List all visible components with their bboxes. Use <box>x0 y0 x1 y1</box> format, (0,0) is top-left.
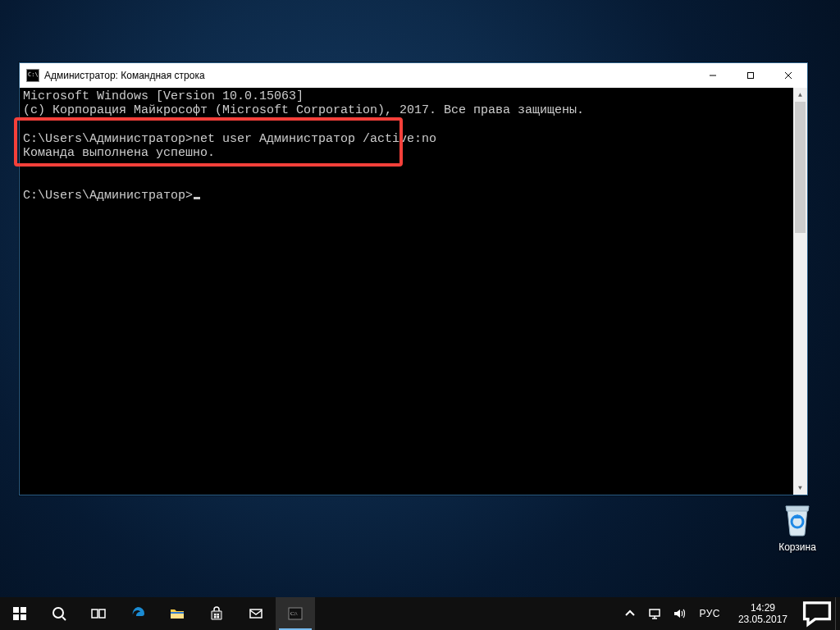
svg-rect-19 <box>250 609 262 618</box>
svg-rect-15 <box>214 614 217 616</box>
cmd-icon <box>26 69 39 82</box>
text-cursor <box>194 197 200 199</box>
tray-overflow-button[interactable] <box>622 597 638 630</box>
network-icon[interactable] <box>646 597 663 630</box>
titlebar[interactable]: Администратор: Командная строка <box>20 63 807 88</box>
console-prompt: C:\Users\Администратор> <box>23 132 193 146</box>
store-button[interactable] <box>197 597 236 630</box>
clock[interactable]: 14:29 23.05.2017 <box>732 602 794 626</box>
svg-rect-17 <box>214 616 217 619</box>
show-desktop-button[interactable] <box>835 597 840 630</box>
console-line: (c) Корпорация Майкрософт (Microsoft Cor… <box>23 103 584 117</box>
svg-rect-14 <box>171 612 184 614</box>
recycle-bin[interactable]: Корзина <box>766 499 829 553</box>
window-title: Администратор: Командная строка <box>44 70 205 81</box>
minimize-button[interactable] <box>694 63 732 88</box>
recycle-bin-label: Корзина <box>766 541 829 553</box>
scroll-track[interactable] <box>793 102 807 481</box>
svg-rect-16 <box>217 614 220 616</box>
file-explorer-button[interactable] <box>158 597 197 630</box>
scroll-up-button[interactable]: ▲ <box>793 88 807 102</box>
clock-time: 14:29 <box>738 602 788 614</box>
svg-line-10 <box>62 617 66 620</box>
task-view-button[interactable] <box>79 597 118 630</box>
console-line: Команда выполнена успешно. <box>23 146 215 160</box>
scrollbar[interactable]: ▲ ▼ <box>793 88 807 495</box>
svg-rect-18 <box>217 616 220 619</box>
search-button[interactable] <box>39 597 79 630</box>
svg-rect-6 <box>21 607 26 613</box>
console-line: Microsoft Windows [Version 10.0.15063] <box>23 89 304 103</box>
svg-rect-5 <box>13 607 19 613</box>
scroll-down-button[interactable]: ▼ <box>793 481 807 495</box>
window-controls <box>694 63 807 88</box>
system-tray: РУС 14:29 23.05.2017 <box>614 597 799 630</box>
svg-rect-11 <box>92 609 98 618</box>
action-center-button[interactable] <box>799 597 835 630</box>
clock-date: 23.05.2017 <box>738 614 788 625</box>
recycle-bin-icon <box>780 499 815 538</box>
svg-rect-7 <box>13 614 19 620</box>
console-prompt: C:\Users\Администратор> <box>23 189 193 203</box>
mail-button[interactable] <box>236 597 276 630</box>
cmd-taskbar-button[interactable]: C:\ <box>276 597 315 630</box>
svg-text:C:\: C:\ <box>290 610 298 617</box>
svg-rect-12 <box>99 609 105 618</box>
svg-rect-1 <box>748 73 754 79</box>
console-output[interactable]: Microsoft Windows [Version 10.0.15063] (… <box>20 88 807 495</box>
taskbar: C:\ РУС 14:29 23.05.2017 <box>0 597 840 630</box>
close-button[interactable] <box>769 63 807 88</box>
scroll-thumb[interactable] <box>795 102 806 233</box>
language-indicator[interactable]: РУС <box>696 608 724 619</box>
volume-icon[interactable] <box>671 597 687 630</box>
maximize-button[interactable] <box>732 63 769 88</box>
console-command: net user Администратор /active:no <box>193 132 436 146</box>
edge-button[interactable] <box>118 597 158 630</box>
cmd-window: Администратор: Командная строка Microsof… <box>19 62 808 495</box>
svg-rect-22 <box>650 609 660 616</box>
start-button[interactable] <box>0 597 39 630</box>
svg-point-9 <box>53 608 63 618</box>
svg-rect-8 <box>21 614 26 620</box>
